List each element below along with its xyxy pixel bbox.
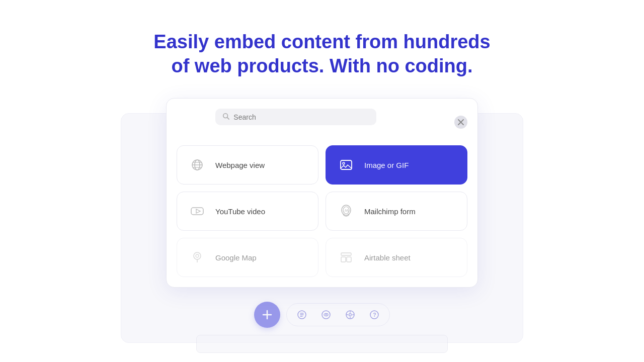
- modal-panel: Webpage view Image or GIF: [166, 98, 478, 288]
- svg-text:Mc: Mc: [345, 209, 350, 212]
- google-map-label: Google Map: [215, 253, 257, 262]
- bottom-browser-bar: [196, 335, 448, 353]
- airtable-label: Airtable sheet: [364, 253, 411, 262]
- embed-card-image-gif[interactable]: Image or GIF: [326, 145, 467, 185]
- search-input[interactable]: [233, 113, 369, 121]
- embed-grid: Webpage view Image or GIF: [177, 145, 467, 277]
- close-button[interactable]: [454, 116, 467, 129]
- mailchimp-label: Mailchimp form: [364, 207, 416, 216]
- youtube-icon: [187, 201, 207, 221]
- airtable-icon: [336, 247, 356, 267]
- svg-point-16: [194, 252, 201, 259]
- svg-rect-20: [341, 257, 346, 262]
- search-bar: [215, 109, 376, 125]
- globe-icon: [187, 155, 207, 175]
- youtube-label: YouTube video: [215, 207, 265, 216]
- search-row: [177, 109, 467, 135]
- demo-wrapper: Webpage view Image or GIF: [136, 98, 508, 328]
- map-icon: [187, 247, 207, 267]
- svg-rect-19: [341, 253, 351, 255]
- image-icon: [336, 155, 356, 175]
- svg-point-10: [343, 162, 345, 164]
- webpage-label: Webpage view: [215, 161, 265, 169]
- embed-card-mailchimp[interactable]: Mc Mailchimp form: [326, 192, 467, 231]
- mailchimp-icon: Mc: [336, 201, 356, 221]
- embed-card-youtube[interactable]: YouTube video: [177, 192, 318, 231]
- svg-line-1: [227, 118, 229, 120]
- search-icon: [222, 113, 229, 121]
- svg-rect-11: [191, 208, 203, 215]
- svg-marker-12: [196, 209, 200, 213]
- svg-point-17: [196, 254, 199, 257]
- image-gif-label: Image or GIF: [364, 161, 409, 169]
- page-headline: Easily embed content from hundreds of we…: [153, 30, 490, 78]
- svg-rect-9: [341, 160, 352, 169]
- embed-card-webpage[interactable]: Webpage view: [177, 145, 318, 185]
- svg-rect-21: [347, 257, 351, 262]
- embed-card-google-map[interactable]: Google Map: [177, 238, 318, 277]
- embed-card-airtable[interactable]: Airtable sheet: [326, 238, 467, 277]
